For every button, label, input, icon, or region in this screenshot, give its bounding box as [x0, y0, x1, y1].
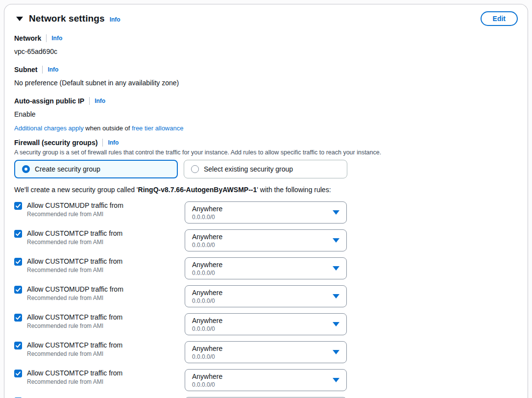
rule-cidr-value: 0.0.0.0/0: [192, 270, 333, 276]
select-existing-security-group-label: Select existing security group: [204, 165, 293, 173]
rule-checkbox[interactable]: [14, 286, 22, 294]
network-field-label: Network: [14, 34, 41, 42]
rule-source-value: Anywhere: [192, 317, 333, 324]
rule-source-value: Anywhere: [192, 205, 333, 213]
rule-cidr-value: 0.0.0.0/0: [192, 381, 333, 388]
auto-assign-ip-label-row: Auto-assign public IP Info: [14, 97, 518, 105]
rule-label: Allow CUSTOMTCP traffic from: [27, 229, 185, 237]
auto-assign-ip-info-link[interactable]: Info: [95, 98, 105, 104]
rule-label: Allow CUSTOMUDP traffic from: [27, 201, 185, 209]
rule-source-dropdown[interactable]: Anywhere 0.0.0.0/0: [185, 369, 347, 391]
rule-source-value: Anywhere: [192, 261, 333, 269]
rule-cidr-value: 0.0.0.0/0: [192, 242, 333, 249]
divider: [89, 97, 90, 105]
rule-label: Allow CUSTOMUDP traffic from: [27, 285, 185, 293]
network-settings-panel: Network settings Info Edit Network Info …: [4, 4, 528, 398]
rule-source-dropdown[interactable]: Anywhere 0.0.0.0/0: [185, 229, 347, 251]
checkmark-icon: [15, 287, 21, 293]
create-note-suffix: ' with the following rules:: [257, 186, 331, 194]
section-header: Network settings Info Edit: [14, 11, 518, 26]
rule-sublabel: Recommended rule from AMI: [27, 239, 185, 246]
rule-row: Allow CUSTOMTCP traffic from Recommended…: [14, 313, 518, 335]
network-field-label-row: Network Info: [14, 34, 518, 42]
chevron-down-icon: [333, 210, 339, 215]
auto-assign-ip-value: Enable: [14, 110, 518, 118]
rule-row: Allow CUSTOMTCP traffic from Recommended…: [14, 257, 518, 279]
rule-sublabel: Recommended rule from AMI: [27, 323, 185, 329]
checkmark-icon: [15, 315, 21, 321]
rule-label: Allow CUSTOMTCP traffic from: [27, 313, 185, 321]
network-info-link[interactable]: Info: [51, 35, 62, 42]
rule-label: Allow CUSTOMTCP traffic from: [27, 341, 185, 349]
rule-sublabel: Recommended rule from AMI: [27, 350, 185, 357]
rule-checkbox[interactable]: [14, 258, 22, 266]
rule-source-value: Anywhere: [192, 233, 333, 241]
select-existing-security-group-option[interactable]: Select existing security group: [184, 160, 347, 178]
create-security-group-label: Create security group: [35, 165, 100, 173]
rule-sublabel: Recommended rule from AMI: [27, 267, 185, 274]
security-group-options: Create security group Select existing se…: [14, 160, 518, 178]
subnet-field-label: Subnet: [14, 66, 37, 74]
rule-source-value: Anywhere: [192, 289, 333, 297]
divider: [42, 66, 43, 74]
section-info-link[interactable]: Info: [110, 16, 121, 23]
rule-cidr-value: 0.0.0.0/0: [192, 353, 333, 360]
checkmark-icon: [15, 231, 21, 237]
page-title: Network settings: [29, 13, 105, 24]
radio-unselected-icon[interactable]: [191, 165, 199, 173]
rule-source-dropdown[interactable]: Anywhere 0.0.0.0/0: [185, 285, 347, 307]
checkmark-icon: [15, 371, 21, 376]
network-field-value: vpc-65ad690c: [14, 48, 518, 55]
rule-label: Allow CUSTOMTCP traffic from: [27, 369, 185, 377]
rule-checkbox[interactable]: [14, 202, 22, 210]
chevron-down-icon: [333, 266, 339, 271]
firewall-info-link[interactable]: Info: [108, 139, 119, 146]
chevron-down-icon: [333, 294, 339, 298]
rule-row: Allow CUSTOMTCP traffic from Recommended…: [14, 229, 518, 251]
rule-source-dropdown[interactable]: Anywhere 0.0.0.0/0: [185, 257, 347, 279]
collapse-caret-icon[interactable]: [16, 17, 23, 21]
security-group-name: RingQ-v8.7.66-AutogenByAWSMP--1: [138, 186, 257, 194]
rule-source-dropdown[interactable]: Anywhere 0.0.0.0/0: [185, 313, 347, 335]
chevron-down-icon: [333, 350, 339, 354]
rule-row: Allow CUSTOMTCP traffic from Recommended…: [14, 341, 518, 363]
chevron-down-icon: [333, 322, 339, 326]
rule-row: Allow CUSTOMUDP traffic from Recommended…: [14, 201, 518, 224]
rule-sublabel: Recommended rule from AMI: [27, 378, 185, 385]
create-note-prefix: We'll create a new security group called…: [14, 186, 138, 194]
rule-checkbox[interactable]: [14, 314, 22, 322]
rule-source-dropdown[interactable]: Anywhere 0.0.0.0/0: [185, 201, 347, 224]
subnet-field-value: No preference (Default subnet in any ava…: [14, 79, 518, 87]
charges-note: Additional charges apply when outside of…: [14, 124, 518, 132]
auto-assign-ip-label: Auto-assign public IP: [14, 97, 84, 105]
chevron-down-icon: [333, 238, 339, 243]
rule-cidr-value: 0.0.0.0/0: [192, 325, 333, 332]
rule-source-value: Anywhere: [192, 345, 333, 352]
rule-cidr-value: 0.0.0.0/0: [192, 298, 333, 304]
rule-checkbox[interactable]: [14, 230, 22, 238]
additional-charges-link[interactable]: Additional charges apply: [14, 124, 84, 132]
edit-button[interactable]: Edit: [481, 11, 518, 26]
rules-list: Allow CUSTOMUDP traffic from Recommended…: [14, 201, 518, 398]
create-security-group-option[interactable]: Create security group: [14, 160, 178, 178]
charges-note-text: when outside of: [84, 124, 132, 132]
radio-selected-icon[interactable]: [22, 165, 30, 173]
checkmark-icon: [15, 203, 21, 209]
rule-checkbox[interactable]: [14, 342, 22, 349]
rule-checkbox[interactable]: [14, 370, 22, 377]
subnet-info-link[interactable]: Info: [48, 66, 58, 73]
rule-row: Allow CUSTOMTCP traffic from Recommended…: [14, 369, 518, 391]
rule-sublabel: Recommended rule from AMI: [27, 211, 185, 218]
create-note: We'll create a new security group called…: [14, 186, 518, 194]
firewall-label-row: Firewall (security groups) Info: [14, 139, 518, 147]
rule-label: Allow CUSTOMTCP traffic from: [27, 257, 185, 265]
free-tier-link[interactable]: free tier allowance: [132, 124, 184, 132]
rule-source-value: Anywhere: [192, 373, 333, 380]
divider: [102, 139, 103, 147]
checkmark-icon: [15, 259, 21, 265]
divider: [46, 34, 47, 42]
firewall-label: Firewall (security groups): [14, 139, 97, 147]
firewall-description: A security group is a set of firewall ru…: [14, 149, 518, 156]
rule-source-dropdown[interactable]: Anywhere 0.0.0.0/0: [185, 341, 347, 363]
checkmark-icon: [15, 343, 21, 348]
